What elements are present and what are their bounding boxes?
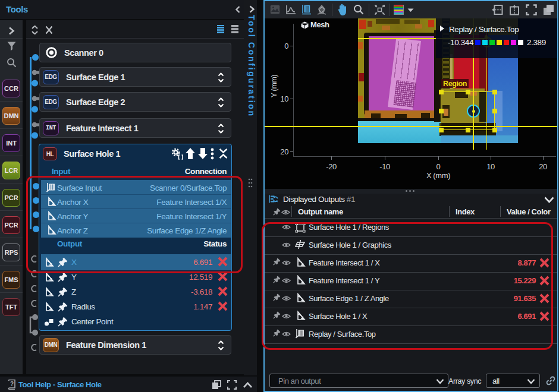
svg-text:?: ? bbox=[10, 381, 14, 387]
